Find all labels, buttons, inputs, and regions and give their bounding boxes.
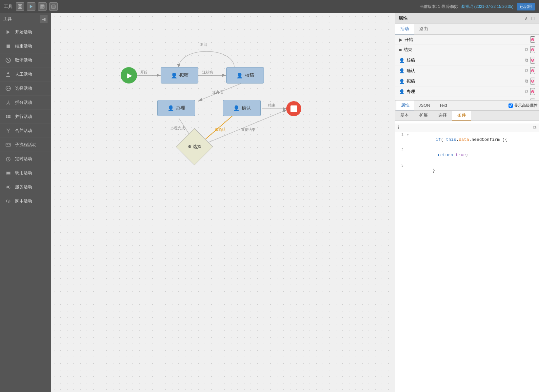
props-tab-text[interactable]: Text (435, 101, 452, 110)
copy-end-btn[interactable]: ⧉ (524, 46, 529, 53)
sidebar-item-end[interactable]: 结束活动 (0, 39, 51, 53)
header-left: 工具 (4, 2, 58, 11)
split-icon (5, 99, 12, 106)
sidebar-item-split[interactable]: 拆分活动 (0, 96, 51, 110)
svg-rect-25 (7, 144, 8, 145)
sidebar-label-invoke: 调用活动 (15, 170, 32, 176)
end-node[interactable] (286, 101, 301, 116)
draft-node[interactable]: 👤 拟稿 (161, 67, 198, 84)
sidebar-item-timer[interactable]: 定时活动 (0, 152, 51, 166)
svg-line-13 (7, 59, 10, 62)
copy-handle-btn[interactable]: ⧉ (524, 88, 529, 95)
svg-point-32 (7, 186, 9, 188)
list-item-start[interactable]: ▶ 开始 ⊖ (395, 35, 539, 45)
svg-text:退回: 退回 (200, 43, 207, 47)
del-end-btn[interactable]: ⊖ (530, 46, 535, 53)
del-draft-btn[interactable]: ⊖ (530, 78, 535, 84)
sidebar-collapse-btn[interactable]: ◀ (40, 15, 48, 23)
del-confirm-btn[interactable]: ⊖ (530, 67, 535, 74)
del-start-btn[interactable]: ⊖ (530, 36, 535, 43)
list-item-handle[interactable]: 👤 办理 ⧉ ⊖ (395, 86, 539, 97)
sub-tab-select[interactable]: 选择 (433, 111, 452, 121)
save-tool-btn[interactable] (16, 2, 24, 11)
select-diamond-wrapper[interactable]: ⚙ 选择 (181, 134, 208, 160)
sidebar-item-subprocess[interactable]: 子流程活动 (0, 138, 51, 152)
sidebar-item-start[interactable]: 开始活动 (0, 25, 51, 39)
sub-tab-condition[interactable]: 条件 (452, 111, 471, 121)
list-item-confirm[interactable]: 👤 确认 ⧉ ⊖ (395, 65, 539, 76)
sub-tab-basic[interactable]: 基本 (395, 111, 414, 121)
sidebar-label-merge: 合并活动 (15, 128, 32, 134)
sidebar-item-merge[interactable]: 合并活动 (0, 124, 51, 138)
copy-review-btn[interactable]: ⧉ (524, 57, 529, 64)
list-item-end[interactable]: ■ 结束 ⧉ ⊖ (395, 45, 539, 55)
invoke-icon (5, 169, 12, 177)
svg-line-42 (198, 84, 241, 101)
panel-controls: ∧ □ (523, 15, 536, 22)
review-node[interactable]: 👤 核稿 (226, 67, 264, 84)
copy-confirm-btn[interactable]: ⧉ (524, 67, 529, 74)
props-tabs: 属性 JSON Text 显示高级属性 (395, 101, 539, 111)
list-item-draft[interactable]: 👤 拟稿 ⧉ ⊖ (395, 76, 539, 86)
del-handle-btn[interactable]: ⊖ (530, 88, 535, 95)
sidebar-label-end: 结束活动 (15, 43, 32, 49)
list-item-review[interactable]: 👤 核稿 ⧉ ⊖ (395, 55, 539, 65)
handle-node[interactable]: 👤 办理 (157, 100, 195, 116)
code-line-3: 3 } (395, 163, 539, 178)
props-tab-json[interactable]: JSON (414, 101, 435, 110)
code-editor[interactable]: ℹ ⧉ 1 ▾ if( this.data.needConfirm ){ 2 r… (395, 121, 539, 392)
show-advanced-checkbox[interactable] (509, 103, 513, 108)
tab-route[interactable]: 路由 (414, 24, 433, 34)
svg-text:结束: 结束 (268, 103, 275, 107)
draft-list-label: 拟稿 (407, 78, 415, 84)
confirm-node[interactable]: 👤 确认 (223, 100, 261, 116)
del-review-btn[interactable]: ⊖ (530, 57, 535, 64)
svg-rect-21 (6, 117, 7, 118)
svg-rect-19 (8, 115, 9, 117)
code-copy-btn[interactable]: ⧉ (533, 125, 536, 130)
sidebar-label-timer: 定时活动 (15, 156, 32, 162)
svg-rect-23 (9, 117, 10, 118)
end-icon (5, 43, 12, 50)
svg-rect-26 (9, 144, 10, 145)
list-item-select[interactable]: 👁 选择 ⧉ ⊖ (395, 97, 539, 100)
props-tab-attrs[interactable]: 属性 (396, 101, 414, 110)
show-advanced-text: 显示高级属性 (514, 103, 538, 108)
show-advanced-label[interactable]: 显示高级属性 (509, 103, 538, 108)
sidebar-item-cancel[interactable]: 取消活动 (0, 53, 51, 67)
timer-icon (5, 155, 12, 162)
panel-collapse-btn[interactable]: ∧ (523, 15, 529, 22)
sidebar-item-parallel[interactable]: 并行活动 (0, 110, 51, 124)
panel-close-btn[interactable]: □ (530, 15, 536, 22)
copy-draft-btn[interactable]: ⧉ (524, 78, 529, 84)
sidebar-label-script: 脚本活动 (15, 198, 32, 204)
sidebar-item-select[interactable]: 选择活动 (0, 82, 51, 96)
tab-activity[interactable]: 活动 (395, 24, 414, 34)
cancel-icon (5, 57, 12, 64)
start-icon (5, 28, 12, 36)
sidebar-item-manual[interactable]: 人工活动 (0, 67, 51, 82)
sidebar-label-start: 开始活动 (15, 29, 32, 35)
info-icon: ℹ (398, 125, 399, 130)
svg-rect-6 (41, 6, 44, 7)
export-tool-btn[interactable] (38, 2, 47, 11)
svg-rect-31 (7, 172, 10, 174)
svg-point-16 (7, 88, 8, 89)
sidebar-label-service: 服务活动 (15, 184, 32, 190)
parallel-icon (5, 113, 12, 120)
start-node[interactable]: ▶ (121, 67, 137, 84)
panel-title: 属性 (398, 15, 408, 21)
sidebar-item-script[interactable]: 脚本活动 (0, 194, 51, 208)
draft-label: 拟稿 (179, 72, 189, 78)
svg-point-15 (6, 86, 10, 91)
select-diamond: ⚙ 选择 (176, 128, 213, 165)
sidebar-label-parallel: 并行活动 (15, 114, 32, 120)
sidebar-item-invoke[interactable]: 调用活动 (0, 166, 51, 180)
import-tool-btn[interactable] (49, 2, 58, 11)
review-list-label: 核稿 (407, 57, 415, 63)
svg-text:送核稿: 送核稿 (202, 70, 213, 74)
sub-tab-extend[interactable]: 扩展 (414, 111, 433, 121)
run-tool-btn[interactable] (27, 2, 35, 11)
canvas-area[interactable]: 开始 送核稿 退回 送办理 办理完成 送确认 直接结束 (51, 13, 395, 392)
sidebar-item-service[interactable]: 服务活动 (0, 180, 51, 194)
